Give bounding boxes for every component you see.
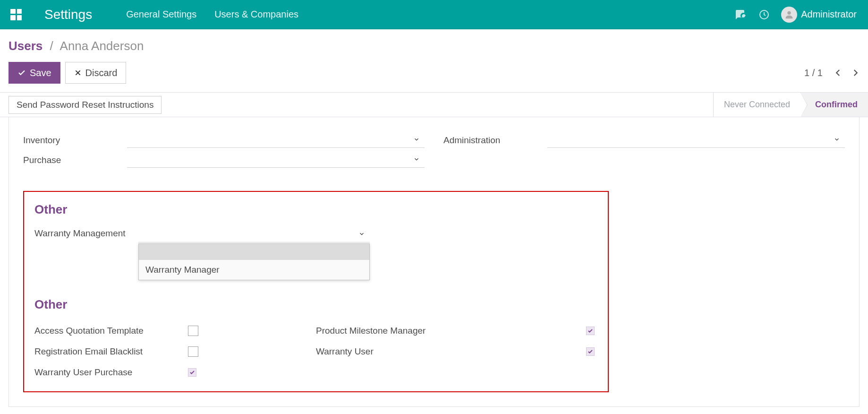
- clock-icon[interactable]: [757, 8, 771, 21]
- save-button-label: Save: [30, 68, 51, 78]
- checkbox-product-milestone-manager[interactable]: [586, 327, 595, 335]
- cb-label: Registration Email Blacklist: [34, 346, 188, 357]
- breadcrumb-separator: /: [50, 39, 53, 53]
- pager-text: 1 / 1: [804, 68, 823, 78]
- field-warranty-mgmt-select[interactable]: [138, 225, 370, 242]
- cb-row-access-quotation: Access Quotation Template: [34, 320, 316, 341]
- page-header: Users / Anna Anderson Save Discard 1 / 1: [0, 29, 868, 93]
- field-administration: Administration: [443, 129, 845, 149]
- chevron-down-icon: [834, 136, 840, 143]
- cb-row-warranty-user-purchase: Warranty User Purchase: [34, 362, 316, 383]
- highlight-box: Other Warranty Management Warranty Manag…: [23, 191, 609, 392]
- chevron-down-icon: [413, 136, 420, 143]
- cb-row-warranty-user: Warranty User: [316, 341, 597, 362]
- nav-username[interactable]: Administrator: [801, 9, 857, 20]
- cb-row-reg-email-blacklist: Registration Email Blacklist: [34, 341, 316, 362]
- pager-next-icon[interactable]: [851, 69, 859, 77]
- section-title-other-1: Other: [34, 202, 597, 217]
- nav-link-general-settings[interactable]: General Settings: [126, 9, 196, 20]
- avatar[interactable]: [781, 7, 797, 23]
- nav-title: Settings: [44, 7, 92, 22]
- field-purchase-label: Purchase: [23, 153, 127, 165]
- dropdown-option-warranty-manager[interactable]: Warranty Manager: [139, 260, 369, 280]
- checkbox-reg-email-blacklist[interactable]: [188, 346, 198, 357]
- field-purchase: Purchase: [23, 149, 425, 169]
- navbar: Settings General Settings Users & Compan…: [0, 0, 868, 29]
- nav-link-users-companies[interactable]: Users & Companies: [214, 9, 298, 20]
- pager: 1 / 1: [804, 68, 859, 78]
- warranty-mgmt-dropdown: Warranty Manager: [138, 243, 370, 280]
- section-title-other-2: Other: [34, 297, 597, 312]
- cb-row-product-milestone-manager: Product Milestone Manager: [316, 320, 597, 341]
- field-purchase-select[interactable]: [127, 151, 425, 168]
- field-administration-select[interactable]: [547, 131, 845, 148]
- field-inventory: Inventory: [23, 129, 425, 149]
- action-row: Save Discard 1 / 1: [9, 62, 859, 84]
- field-inventory-label: Inventory: [23, 133, 127, 146]
- discard-button-label: Discard: [85, 68, 118, 78]
- breadcrumb-parent[interactable]: Users: [9, 39, 43, 53]
- checkbox-warranty-user-purchase[interactable]: [188, 368, 196, 377]
- field-warranty-mgmt-label: Warranty Management: [34, 225, 138, 239]
- cb-label: Product Milestone Manager: [316, 326, 425, 336]
- chevron-down-icon: [413, 156, 420, 163]
- form-sheet: Inventory Purchase: [0, 117, 868, 414]
- pager-prev-icon[interactable]: [834, 69, 842, 77]
- breadcrumb-current: Anna Anderson: [60, 39, 144, 53]
- dropdown-option-blank[interactable]: [139, 244, 369, 260]
- reset-password-button[interactable]: Send Password Reset Instructions: [9, 96, 162, 114]
- checkbox-access-quotation[interactable]: [188, 326, 198, 336]
- save-button[interactable]: Save: [9, 62, 60, 84]
- discard-button[interactable]: Discard: [65, 62, 127, 84]
- statusbar: Send Password Reset Instructions Never C…: [0, 93, 868, 117]
- cb-label: Warranty User: [316, 346, 374, 357]
- field-inventory-select[interactable]: [127, 131, 425, 148]
- chevron-down-icon: [358, 231, 365, 237]
- breadcrumb: Users / Anna Anderson: [9, 39, 859, 53]
- status-step-never-connected[interactable]: Never Connected: [713, 93, 800, 117]
- field-administration-label: Administration: [443, 133, 547, 146]
- checkbox-warranty-user[interactable]: [586, 347, 595, 356]
- chat-icon[interactable]: [734, 8, 747, 21]
- status-step-confirmed[interactable]: Confirmed: [800, 93, 868, 117]
- cb-label: Access Quotation Template: [34, 326, 188, 336]
- cb-label: Warranty User Purchase: [34, 367, 188, 378]
- svg-point-1: [788, 11, 791, 14]
- apps-icon[interactable]: [10, 9, 22, 20]
